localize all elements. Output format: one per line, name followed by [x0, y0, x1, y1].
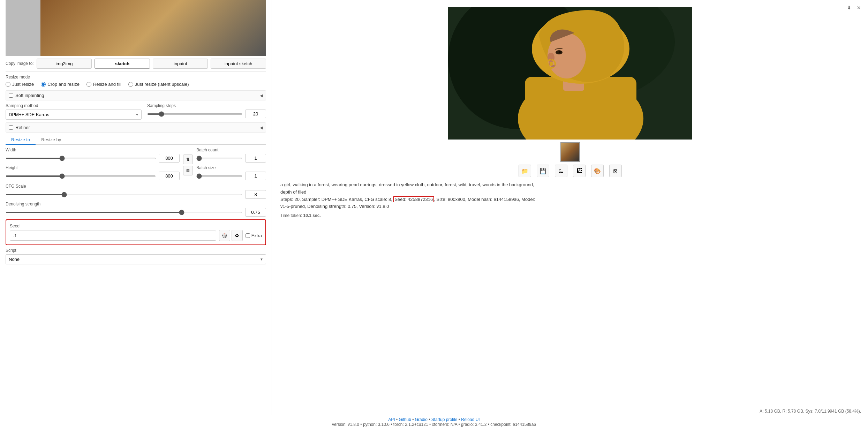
footer: API • Github • Gradio • Startup profile … [0, 415, 868, 429]
tab-resize-by[interactable]: Resize by [36, 135, 67, 145]
memory-info: A: 5.18 GB, R: 5.78 GB, Sys: 7.0/11.9941… [760, 409, 861, 414]
window-btns: ⬇ ✕ [846, 4, 862, 11]
right-panel: ⬇ ✕ [272, 0, 868, 429]
sampling-steps-slider[interactable] [147, 113, 242, 115]
refiner-label[interactable]: Refiner [9, 125, 30, 130]
sampling-method-select[interactable]: DPM++ SDE Karras [6, 110, 142, 120]
resize-output-icon[interactable]: ⊠ [609, 165, 622, 177]
extra-checkbox-label[interactable]: Extra [246, 233, 262, 238]
denoising-label: Denoising strength [6, 202, 266, 206]
batch-count-label: Batch count [196, 148, 266, 152]
cfg-scale-slider[interactable] [6, 194, 242, 195]
cfg-scale-value[interactable] [245, 190, 266, 199]
brush-icon[interactable]: 🎨 [591, 165, 604, 177]
refiner-checkbox[interactable] [9, 125, 13, 130]
thumbnail-item[interactable] [560, 142, 580, 162]
batch-size-label: Batch size [196, 165, 266, 170]
action-icons: 📁 💾 🗂 🖼 🎨 ⊠ [280, 165, 860, 177]
download-btn[interactable]: ⬇ [846, 4, 853, 11]
lock-ratio-btn[interactable]: ⊠ [183, 166, 193, 175]
resize-latent[interactable]: Just resize (latent upscale) [128, 82, 189, 87]
copy-btn-img2img[interactable]: img2img [37, 59, 92, 69]
image-send-icon[interactable]: 🖼 [573, 165, 586, 177]
sampling-method-label: Sampling method [6, 103, 142, 108]
zip-icon[interactable]: 🗂 [555, 165, 567, 177]
folder-icon[interactable]: 📁 [519, 165, 531, 177]
batch-size-slider[interactable] [196, 175, 242, 177]
thumbnail-row [280, 142, 860, 162]
output-info: a girl, walking in a forest, wearing pea… [280, 181, 538, 219]
sampling-steps-row: 20 [147, 110, 266, 118]
cfg-scale-label: CFG Scale [6, 184, 266, 189]
footer-github[interactable]: Github [399, 417, 411, 422]
copy-btn-inpaint-sketch[interactable]: inpaint sketch [211, 59, 266, 69]
width-value[interactable] [159, 154, 180, 163]
copy-image-row: Copy image to: img2img sketch inpaint in… [6, 59, 266, 69]
version-info: version: v1.8.0 • python: 3.10.6 • torch… [2, 422, 866, 427]
resize-latent-radio[interactable] [128, 82, 133, 87]
resize-fill[interactable]: Resize and fill [86, 82, 121, 87]
footer-api[interactable]: API [388, 417, 395, 422]
refiner-row: Refiner ◀ [6, 122, 266, 133]
resize-just[interactable]: Just resize [6, 82, 34, 87]
seed-btns: 🎲 ♻ [219, 230, 243, 241]
width-slider[interactable] [6, 158, 156, 159]
time-taken: Time taken: 10.1 sec. [280, 212, 538, 219]
resize-mode-row: Just resize Crop and resize Resize and f… [6, 82, 266, 87]
copy-btn-sketch[interactable]: sketch [95, 59, 150, 69]
script-section: Script None ▼ [6, 248, 266, 264]
height-slider[interactable] [6, 175, 156, 177]
close-btn[interactable]: ✕ [855, 4, 862, 11]
steps-info: Steps: 20, Sampler: DPM++ SDE Karras, CF… [280, 196, 538, 211]
copy-btn-inpaint[interactable]: inpaint [153, 59, 208, 69]
script-select[interactable]: None [6, 254, 266, 264]
seed-recycle-btn[interactable]: ♻ [232, 230, 243, 241]
soft-inpainting-collapse[interactable]: ◀ [260, 93, 263, 98]
seed-dice-btn[interactable]: 🎲 [219, 230, 230, 241]
resize-crop-radio[interactable] [41, 82, 46, 87]
swap-dimensions-btn[interactable]: ⇅ [183, 155, 193, 164]
batch-size-value[interactable] [245, 172, 266, 180]
time-value: 10.1 sec. [303, 213, 321, 218]
sampling-method-wrapper: DPM++ SDE Karras ▼ [6, 110, 142, 120]
resize-latent-label: Just resize (latent upscale) [135, 82, 189, 87]
extra-label: Extra [251, 233, 262, 238]
script-label: Script [6, 248, 266, 253]
resize-fill-label: Resize and fill [93, 82, 121, 87]
tab-resize-to[interactable]: Resize to [6, 135, 36, 145]
seed-input[interactable] [10, 231, 216, 241]
resize-mode-label: Resize mode [6, 75, 266, 80]
footer-gradio[interactable]: Gradio [415, 417, 428, 422]
sampling-steps-value[interactable]: 20 [245, 110, 266, 118]
resize-crop[interactable]: Crop and resize [41, 82, 80, 87]
soft-inpainting-row: Soft inpainting ◀ [6, 90, 266, 100]
refiner-collapse[interactable]: ◀ [260, 125, 263, 130]
extra-checkbox[interactable] [246, 233, 250, 238]
resize-tabs: Resize to Resize by [6, 135, 266, 145]
prompt-display: a girl, walking in a forest, wearing pea… [280, 181, 538, 196]
resize-just-label: Just resize [12, 82, 34, 87]
soft-inpainting-label[interactable]: Soft inpainting [9, 93, 44, 98]
footer-reload[interactable]: Reload UI [461, 417, 480, 422]
height-label: Height [6, 165, 180, 170]
seed-inner: 🎲 ♻ Extra [10, 230, 262, 241]
script-wrapper: None ▼ [6, 254, 266, 264]
input-image-area [6, 0, 266, 56]
denoising-value[interactable] [245, 208, 266, 217]
resize-just-radio[interactable] [6, 82, 10, 87]
batch-count-slider[interactable] [196, 158, 242, 159]
soft-inpainting-checkbox[interactable] [9, 93, 13, 98]
save-icon[interactable]: 💾 [537, 165, 549, 177]
seed-highlight: Seed: 4258872316 [393, 196, 434, 202]
resize-crop-label: Crop and resize [47, 82, 80, 87]
resize-fill-radio[interactable] [86, 82, 91, 87]
svg-point-12 [559, 51, 561, 53]
batch-count-value[interactable] [245, 154, 266, 163]
height-value[interactable] [159, 172, 180, 180]
denoising-slider[interactable] [6, 212, 242, 213]
footer-startup[interactable]: Startup profile [431, 417, 458, 422]
copy-label: Copy image to: [6, 61, 34, 67]
seed-section: Seed 🎲 ♻ Extra [6, 219, 266, 245]
sampling-steps-label: Sampling steps [147, 103, 266, 108]
output-image-area [448, 7, 692, 140]
